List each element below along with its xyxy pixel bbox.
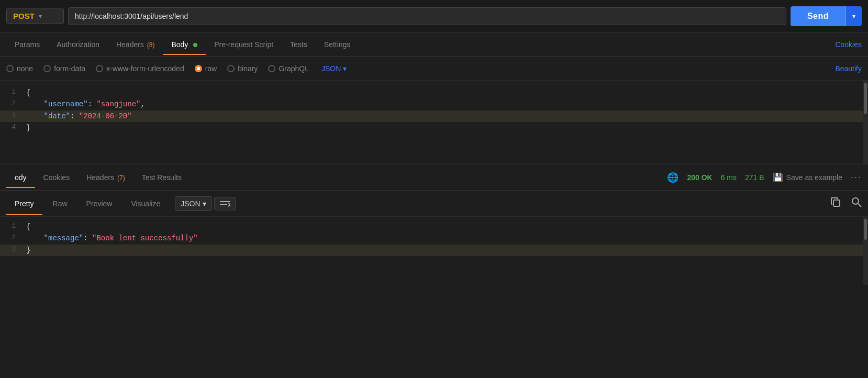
response-json-chevron-icon: ▾ <box>203 199 206 208</box>
radio-graphql[interactable]: GraphQL <box>268 64 309 73</box>
response-tab-cookies[interactable]: Cookies <box>35 167 79 188</box>
response-status-area: 🌐 200 OK 6 ms 271 B 💾 Save as example ··… <box>667 172 862 183</box>
resp-code-content-2: "message": "Book lent successfully" <box>26 232 868 244</box>
json-key-date: "date" <box>44 112 70 120</box>
radio-formdata-circle <box>43 65 51 72</box>
method-selector[interactable]: POST ▾ <box>6 8 64 24</box>
radio-graphql-circle <box>268 65 275 72</box>
body-active-dot <box>193 43 197 47</box>
resp-line-number-1: 1 <box>0 221 26 232</box>
radio-raw-circle <box>195 65 202 72</box>
json-type-selector[interactable]: JSON ▾ <box>321 64 347 73</box>
line-number-3: 3 <box>0 110 26 121</box>
json-chevron-icon: ▾ <box>343 64 347 73</box>
status-time: 6 ms <box>721 173 737 182</box>
editor-scrollbar-thumb <box>864 83 867 114</box>
url-bar: POST ▾ Send ▾ <box>0 0 868 32</box>
radio-none[interactable]: none <box>6 64 33 73</box>
resp-code-line-3: 3 } <box>0 244 868 256</box>
json-value-username: "sangjune" <box>96 100 140 108</box>
format-tab-preview[interactable]: Preview <box>78 196 121 211</box>
wrap-icon <box>220 200 230 207</box>
url-input[interactable] <box>68 7 786 25</box>
tab-params[interactable]: Params <box>6 34 48 55</box>
response-json-selector[interactable]: JSON ▾ <box>175 196 212 211</box>
tab-body[interactable]: Body <box>163 34 206 55</box>
json-key-username: "username" <box>44 100 88 108</box>
tab-authorization[interactable]: Authorization <box>48 34 108 55</box>
send-button[interactable]: Send <box>791 6 845 26</box>
format-tab-pretty[interactable]: Pretty <box>6 196 42 211</box>
search-icon <box>851 197 862 207</box>
resp-code-line-2: 2 "message": "Book lent successfully" <box>0 232 868 244</box>
resp-code-line-1: 1 { <box>0 221 868 232</box>
send-dropdown-button[interactable]: ▾ <box>845 6 862 26</box>
json-value-date: "2024-06-20" <box>79 112 132 120</box>
tab-prerequest[interactable]: Pre-request Script <box>206 34 282 55</box>
body-type-row: none form-data x-www-form-urlencoded raw… <box>0 57 868 81</box>
code-line-4: 4 } <box>0 122 868 134</box>
request-body-editor[interactable]: 1 { 2 "username": "sangjune", 3 "date": … <box>0 81 868 164</box>
response-tab-body[interactable]: ody <box>6 167 35 188</box>
code-line-3: 3 "date": "2024-06-20" <box>0 110 868 122</box>
radio-raw[interactable]: raw <box>195 64 217 73</box>
response-scrollbar-thumb <box>864 219 867 240</box>
save-icon: 💾 <box>773 172 783 182</box>
resp-line-number-3: 3 <box>0 244 26 255</box>
copy-button[interactable] <box>830 197 841 210</box>
resp-json-value-message: "Book lent successfully" <box>92 234 198 242</box>
radio-urlencoded[interactable]: x-www-form-urlencoded <box>96 64 184 73</box>
tab-tests[interactable]: Tests <box>282 34 316 55</box>
copy-icon <box>830 197 841 207</box>
globe-icon: 🌐 <box>667 172 678 183</box>
status-code: 200 OK <box>687 173 712 182</box>
response-code-area[interactable]: 1 { 2 "message": "Book lent successfully… <box>0 217 868 285</box>
svg-rect-2 <box>833 200 840 206</box>
cookies-link[interactable]: Cookies <box>835 40 862 49</box>
radio-form-data[interactable]: form-data <box>43 64 85 73</box>
response-format-row: Pretty Raw Preview Visualize JSON ▾ <box>0 191 868 217</box>
response-tab-headers[interactable]: Headers (7) <box>78 167 133 188</box>
line-number-1: 1 <box>0 87 26 98</box>
resp-line-number-2: 2 <box>0 232 26 243</box>
more-options-button[interactable]: ··· <box>851 172 862 183</box>
radio-binary-circle <box>227 65 235 72</box>
request-tabs: Params Authorization Headers (8) Body Pr… <box>0 32 868 57</box>
save-example-button[interactable]: 💾 Save as example <box>773 172 842 182</box>
search-button[interactable] <box>851 197 862 210</box>
method-label: POST <box>13 12 35 20</box>
code-line-2: 2 "username": "sangjune", <box>0 98 868 110</box>
wrap-button[interactable] <box>214 197 236 210</box>
radio-urlencoded-circle <box>96 65 103 72</box>
resp-code-content-3: } <box>26 244 868 256</box>
headers-badge: (8) <box>147 41 155 49</box>
resp-code-content-1: { <box>26 221 868 232</box>
radio-binary[interactable]: binary <box>227 64 258 73</box>
tab-settings[interactable]: Settings <box>316 34 359 55</box>
beautify-button[interactable]: Beautify <box>835 64 862 73</box>
editor-scrollbar[interactable] <box>863 81 868 164</box>
code-content-4: } <box>26 122 868 134</box>
format-tab-raw[interactable]: Raw <box>44 196 76 211</box>
response-scrollbar[interactable] <box>863 217 868 285</box>
code-content-1: { <box>26 87 868 98</box>
status-size: 271 B <box>745 173 764 182</box>
response-tab-test-results[interactable]: Test Results <box>133 167 190 188</box>
line-number-4: 4 <box>0 122 26 133</box>
svg-line-4 <box>858 204 861 207</box>
code-content-2: "username": "sangjune", <box>26 98 868 110</box>
line-number-2: 2 <box>0 98 26 109</box>
format-tab-visualize[interactable]: Visualize <box>123 196 169 211</box>
response-header: ody Cookies Headers (7) Test Results 🌐 2… <box>0 164 868 191</box>
tab-headers[interactable]: Headers (8) <box>108 34 163 55</box>
send-button-group: Send ▾ <box>791 6 862 26</box>
radio-none-circle <box>6 65 14 72</box>
code-line-1: 1 { <box>0 87 868 98</box>
response-headers-badge: (7) <box>117 174 125 182</box>
code-content-3: "date": "2024-06-20" <box>26 110 868 122</box>
svg-point-3 <box>852 198 859 204</box>
resp-json-key-message: "message" <box>44 234 84 242</box>
method-chevron-icon: ▾ <box>39 13 42 20</box>
